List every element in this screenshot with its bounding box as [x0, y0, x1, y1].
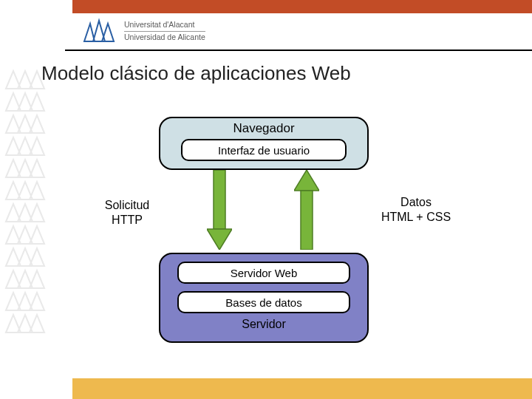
footer-accent-bar: [72, 378, 532, 399]
svg-rect-0: [214, 170, 225, 229]
svg-marker-1: [207, 229, 232, 250]
response-label: Datos HTML + CSS: [368, 195, 464, 225]
arrow-request-icon: [207, 170, 232, 250]
response-line1: Datos: [400, 196, 432, 208]
slide-title: Modelo clásico de aplicaciones Web: [41, 62, 351, 85]
university-logo-block: Universitat d'Alacant Universidad de Ali…: [80, 16, 205, 46]
server-label: Servidor: [160, 318, 367, 331]
ui-box: Interfaz de usuario: [181, 139, 347, 161]
database-box: Bases de datos: [177, 291, 350, 313]
browser-box: Navegador Interfaz de usuario: [159, 117, 369, 170]
svg-rect-3: [301, 191, 313, 250]
university-name: Universitat d'Alacant Universidad de Ali…: [124, 20, 205, 42]
diagram-area: Navegador Interfaz de usuario Solicitud …: [0, 96, 532, 362]
response-line2: HTML + CSS: [381, 211, 451, 223]
header-accent-bar: [72, 0, 532, 13]
webserver-box: Servidor Web: [177, 262, 350, 284]
browser-title: Navegador: [160, 121, 367, 136]
svg-marker-2: [294, 170, 319, 191]
arrow-response-icon: [294, 170, 319, 250]
request-label: Solicitud HTTP: [90, 198, 164, 228]
request-line2: HTTP: [112, 214, 143, 226]
university-logo-icon: [80, 16, 118, 46]
request-line1: Solicitud: [105, 199, 149, 211]
server-box: Servidor Web Bases de datos Servidor: [159, 253, 369, 343]
university-name-line2: Universidad de Alicante: [124, 33, 205, 41]
header-divider: [65, 50, 532, 51]
university-name-line1: Universitat d'Alacant: [124, 20, 205, 32]
